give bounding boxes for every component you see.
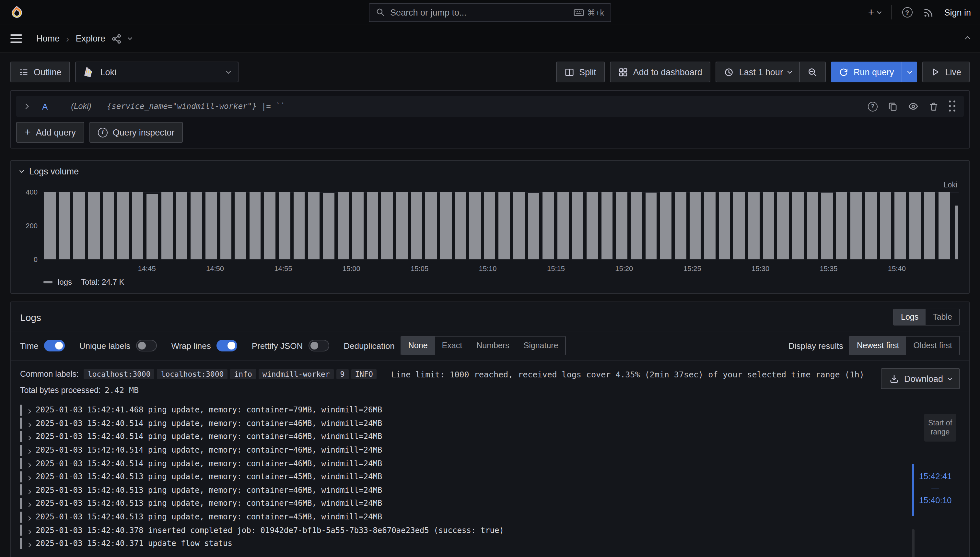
volume-bar[interactable] (147, 194, 158, 259)
volume-bar[interactable] (191, 192, 202, 259)
volume-bar[interactable] (44, 192, 55, 259)
search-input[interactable]: Search or jump to... ⌘+k (369, 3, 611, 22)
volume-bar[interactable] (748, 192, 759, 259)
add-query-button[interactable]: + Add query (16, 122, 84, 143)
volume-bar[interactable] (821, 192, 832, 259)
volume-bar[interactable] (587, 192, 598, 259)
volume-bar[interactable] (220, 192, 231, 259)
log-row[interactable]: 2025-01-03 15:42:40.514 ping update, mem… (20, 417, 969, 430)
volume-bar-partial[interactable] (955, 205, 958, 259)
volume-bar[interactable] (352, 192, 363, 259)
log-row[interactable]: 2025-01-03 15:42:40.513 ping update, mem… (20, 510, 969, 524)
wrap-lines-toggle[interactable] (217, 340, 237, 352)
log-row[interactable]: 2025-01-03 15:42:40.378 inserted complet… (20, 524, 969, 537)
dedup-option-numbers[interactable]: Numbers (469, 337, 516, 355)
outline-button[interactable]: Outline (10, 62, 70, 82)
volume-bar[interactable] (880, 192, 891, 259)
volume-bar[interactable] (616, 192, 627, 259)
volume-bar[interactable] (733, 192, 745, 259)
volume-bar[interactable] (543, 192, 554, 259)
volume-bar[interactable] (73, 192, 85, 259)
dedup-option-signature[interactable]: Signature (517, 337, 566, 355)
drag-handle[interactable] (949, 101, 956, 112)
volume-bar[interactable] (528, 193, 539, 259)
volume-bar[interactable] (337, 192, 349, 259)
volume-bar[interactable] (631, 192, 642, 259)
expand-log-chevron[interactable] (27, 418, 31, 429)
order-option-oldest-first[interactable]: Oldest first (907, 337, 960, 355)
volume-bar[interactable] (293, 192, 305, 259)
expand-log-chevron[interactable] (27, 471, 31, 483)
breadcrumb-home[interactable]: Home (36, 34, 60, 44)
volume-bar[interactable] (205, 192, 217, 259)
logs-volume-header[interactable]: Logs volume (11, 161, 969, 176)
volume-bar[interactable] (308, 192, 320, 259)
volume-bar[interactable] (469, 192, 481, 259)
unique-labels-toggle[interactable] (136, 340, 157, 352)
volume-bar[interactable] (514, 192, 525, 259)
volume-bar[interactable] (851, 192, 862, 259)
expand-log-chevron[interactable] (27, 444, 31, 456)
volume-bar[interactable] (807, 192, 818, 259)
log-row[interactable]: 2025-01-03 15:42:40.513 ping update, mem… (20, 484, 969, 497)
volume-bar[interactable] (704, 192, 715, 259)
legend-series-name[interactable]: logs (58, 277, 72, 287)
volume-bar[interactable] (939, 192, 950, 259)
add-to-dashboard-button[interactable]: Add to dashboard (610, 62, 711, 82)
volume-bar[interactable] (762, 192, 774, 259)
query-row[interactable]: A (Loki) {service_name="windmill-worker"… (16, 96, 964, 117)
volume-bar[interactable] (572, 192, 583, 259)
volume-bar[interactable] (382, 192, 393, 259)
share-icon[interactable] (112, 33, 122, 44)
volume-bar[interactable] (161, 192, 173, 259)
query-inspector-button[interactable]: i Query inspector (89, 122, 183, 143)
volume-bar[interactable] (660, 192, 671, 259)
view-option-table[interactable]: Table (926, 309, 959, 325)
log-row[interactable]: 2025-01-03 15:42:40.514 ping update, mem… (20, 443, 969, 457)
volume-bar[interactable] (865, 192, 877, 259)
volume-bar[interactable] (396, 192, 407, 259)
volume-bar[interactable] (924, 192, 935, 259)
volume-bar[interactable] (250, 192, 261, 259)
volume-bar[interactable] (895, 192, 906, 259)
log-row[interactable]: 2025-01-03 15:42:40.371 update flow stat… (20, 537, 969, 550)
expand-log-chevron[interactable] (27, 484, 31, 496)
log-row[interactable]: 2025-01-03 15:42:40.514 ping update, mem… (20, 457, 969, 470)
volume-bar[interactable] (59, 192, 70, 259)
volume-bar[interactable] (689, 192, 700, 259)
volume-bar[interactable] (777, 192, 789, 259)
volume-bar[interactable] (484, 192, 496, 259)
menu-toggle-button[interactable] (10, 35, 22, 43)
news-rss-button[interactable] (923, 7, 934, 18)
volume-bar[interactable] (367, 192, 378, 259)
expand-query-chevron[interactable] (23, 104, 29, 109)
plot-area[interactable]: Loki (44, 192, 959, 259)
query-help-button[interactable]: ? (868, 101, 878, 111)
volume-bar[interactable] (455, 192, 466, 259)
volume-bar[interactable] (323, 193, 334, 259)
duplicate-query-button[interactable] (888, 101, 898, 111)
collapse-top-icon[interactable] (966, 37, 970, 41)
dedup-option-none[interactable]: None (401, 337, 435, 355)
scrollbar-thumb[interactable] (912, 529, 915, 557)
order-option-newest-first[interactable]: Newest first (850, 337, 907, 355)
volume-bar[interactable] (117, 192, 128, 259)
log-row[interactable]: 2025-01-03 15:42:40.513 ping update, mem… (20, 470, 969, 484)
view-option-logs[interactable]: Logs (894, 309, 926, 325)
volume-bar[interactable] (836, 192, 847, 259)
volume-bar[interactable] (645, 192, 657, 259)
volume-bar[interactable] (411, 192, 422, 259)
breadcrumb-actions-chevron[interactable] (128, 37, 132, 40)
volume-bar[interactable] (426, 192, 437, 259)
zoom-out-time-button[interactable] (800, 62, 825, 82)
volume-bar[interactable] (132, 192, 143, 259)
volume-bar[interactable] (557, 192, 569, 259)
volume-bar[interactable] (499, 192, 510, 259)
time-range-button[interactable]: Last 1 hour (717, 62, 799, 82)
volume-bar[interactable] (675, 192, 686, 259)
toggle-query-visibility-button[interactable] (908, 101, 918, 112)
start-of-range-button[interactable]: Start of range (924, 414, 956, 441)
expand-log-chevron[interactable] (27, 498, 31, 509)
sign-in-button[interactable]: Sign in (944, 7, 971, 17)
download-button[interactable]: Download (881, 368, 960, 389)
